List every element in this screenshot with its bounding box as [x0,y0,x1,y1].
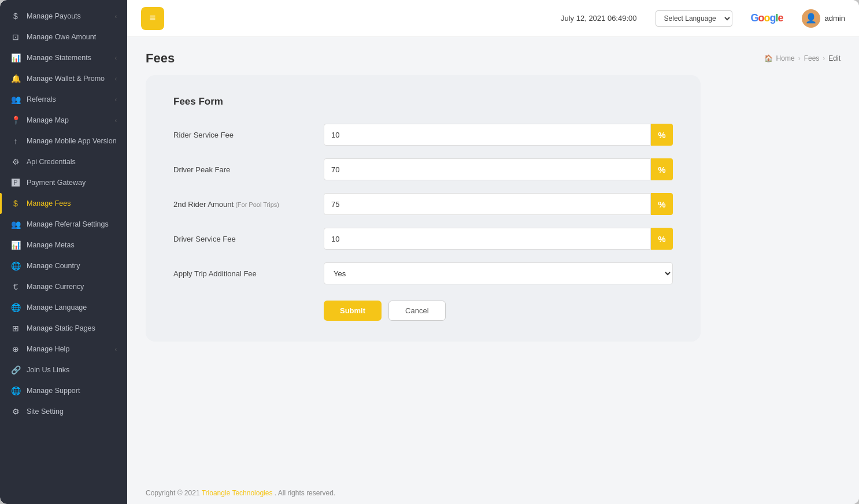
chevron-icon-manage-payouts: ‹ [115,13,117,20]
sidebar-item-manage-mobile-app[interactable]: ↑Manage Mobile App Version [0,131,127,151]
form-title: Fees Form [173,96,673,108]
header-datetime: July 12, 2021 06:49:00 [561,14,637,23]
sidebar-item-api-credentials[interactable]: ⚙Api Credentials [0,151,127,172]
sidebar-icon-join-us-links: 🔗 [10,365,21,375]
label-driver-service-fee: Driver Service Fee [173,235,312,243]
sidebar-item-manage-language[interactable]: 🌐Manage Language [0,297,127,318]
sidebar-label-manage-static-pages: Manage Static Pages [27,324,95,332]
suffix-rider-service-fee: % [651,124,673,146]
sidebar-item-manage-map[interactable]: 📍Manage Map‹ [0,110,127,131]
menu-icon: ≡ [150,12,156,24]
sidebar-label-manage-mobile-app: Manage Mobile App Version [27,137,117,145]
breadcrumb-sep2: › [823,54,825,62]
label-driver-peak-fare: Driver Peak Fare [173,165,312,174]
sidebar-label-manage-country: Manage Country [27,262,80,270]
sidebar-icon-referrals: 👥 [10,95,21,104]
input-group-driver-peak-fare: % [324,158,673,180]
sidebar-icon-api-credentials: ⚙ [10,157,21,166]
username: admin [825,14,845,23]
breadcrumb-home[interactable]: Home [776,54,795,62]
sidebar-label-site-setting: Site Setting [27,407,64,416]
sidebar-icon-manage-map: 📍 [10,116,21,125]
main-content: ≡ July 12, 2021 06:49:00 Select Language… [127,0,859,504]
input-driver-peak-fare[interactable] [324,158,651,180]
sidebar-item-manage-wallet-promo[interactable]: 🔔Manage Wallet & Promo‹ [0,68,127,89]
sidebar-item-referrals[interactable]: 👥Referrals‹ [0,89,127,110]
breadcrumb-row: Fees 🏠 Home › Fees › Edit [146,51,841,66]
label-2nd-rider-amount: 2nd Rider Amount (For Pool Trips) [173,200,312,209]
sidebar-item-join-us-links[interactable]: 🔗Join Us Links [0,360,127,380]
apply-trip-label: Apply Trip Additional Fee [173,269,312,278]
sidebar-icon-manage-country: 🌐 [10,261,21,270]
sidebar-item-manage-payouts[interactable]: $Manage Payouts‹ [0,6,127,27]
sidebar-icon-manage-language: 🌐 [10,303,21,312]
fees-form-card: Fees Form Rider Service Fee%Driver Peak … [146,75,701,342]
sidebar-icon-manage-static-pages: ⊞ [10,324,21,333]
sidebar-item-manage-fees[interactable]: $Manage Fees [0,193,127,214]
chevron-icon-manage-help: ‹ [115,346,117,353]
sidebar-label-manage-statements: Manage Statements [27,54,91,62]
breadcrumb-sep1: › [798,54,801,62]
cancel-button[interactable]: Cancel [388,301,445,321]
apply-trip-select[interactable]: YesNo [324,262,673,284]
sidebar: $Manage Payouts‹⊡Manage Owe Amount📊Manag… [0,0,127,504]
sidebar-item-manage-support[interactable]: 🌐Manage Support [0,380,127,401]
input-rider-service-fee[interactable] [324,124,651,146]
sidebar-icon-manage-support: 🌐 [10,386,21,395]
header-logo: ≡ [141,7,164,30]
form-actions: Submit Cancel [173,301,673,321]
sidebar-icon-manage-wallet-promo: 🔔 [10,74,21,83]
chevron-icon-manage-statements: ‹ [115,55,117,61]
form-row-driver-service-fee: Driver Service Fee% [173,228,673,250]
sidebar-label-referrals: Referrals [27,95,56,103]
suffix-2nd-rider-amount: % [651,193,673,215]
sidebar-label-manage-metas: Manage Metas [27,241,75,249]
breadcrumb-section[interactable]: Fees [804,54,820,62]
sidebar-icon-manage-statements: 📊 [10,53,21,62]
sidebar-item-manage-help[interactable]: ⊕Manage Help‹ [0,339,127,360]
submit-button[interactable]: Submit [324,301,382,321]
apply-trip-row: Apply Trip Additional Fee YesNo [173,262,673,284]
sidebar-label-manage-wallet-promo: Manage Wallet & Promo [27,75,105,83]
chevron-icon-referrals: ‹ [115,97,117,103]
sidebar-icon-manage-currency: € [10,282,21,291]
sidebar-item-manage-metas[interactable]: 📊Manage Metas [0,235,127,255]
sidebar-label-payment-gateway: Payment Gateway [27,179,86,187]
sidebar-item-manage-owe-amount[interactable]: ⊡Manage Owe Amount [0,27,127,47]
sidebar-item-site-setting[interactable]: ⚙Site Setting [0,401,127,422]
language-select[interactable]: Select LanguageEnglishSpanishFrench [656,10,732,27]
suffix-driver-service-fee: % [651,228,673,250]
input-group-2nd-rider-amount: % [324,193,673,215]
sidebar-icon-site-setting: ⚙ [10,407,21,416]
breadcrumb: 🏠 Home › Fees › Edit [764,54,841,62]
sidebar-item-manage-statements[interactable]: 📊Manage Statements‹ [0,47,127,68]
language-selector[interactable]: Select LanguageEnglishSpanishFrench [656,10,732,27]
sidebar-label-manage-support: Manage Support [27,387,80,395]
input-driver-service-fee[interactable] [324,228,651,250]
footer-link[interactable]: Trioangle Technologies [202,489,273,497]
sidebar-label-join-us-links: Join Us Links [27,366,69,374]
footer-text: Copyright © 2021 Trioangle Technologies … [146,489,335,497]
sidebar-item-manage-referral-settings[interactable]: 👥Manage Referral Settings [0,214,127,235]
google-logo: Google [751,12,783,24]
label-rider-service-fee: Rider Service Fee [173,131,312,139]
input-2nd-rider-amount[interactable] [324,193,651,215]
input-group-rider-service-fee: % [324,124,673,146]
sidebar-item-manage-currency[interactable]: €Manage Currency [0,276,127,297]
form-row-rider-service-fee: Rider Service Fee% [173,124,673,146]
sidebar-label-manage-currency: Manage Currency [27,283,84,291]
page-title: Fees [146,51,175,66]
form-row-driver-peak-fare: Driver Peak Fare% [173,158,673,180]
sidebar-label-manage-payouts: Manage Payouts [27,12,81,20]
sidebar-item-manage-static-pages[interactable]: ⊞Manage Static Pages [0,318,127,339]
sidebar-icon-manage-fees: $ [10,199,21,208]
avatar: 👤 [802,9,820,28]
breadcrumb-current: Edit [828,54,841,62]
sidebar-icon-manage-metas: 📊 [10,240,21,250]
sidebar-item-payment-gateway[interactable]: 🅿Payment Gateway [0,172,127,193]
sidebar-label-manage-fees: Manage Fees [27,199,71,207]
sidebar-icon-payment-gateway: 🅿 [10,178,21,187]
sidebar-item-manage-country[interactable]: 🌐Manage Country [0,255,127,276]
sidebar-icon-manage-payouts: $ [10,12,21,21]
form-row-2nd-rider-amount: 2nd Rider Amount (For Pool Trips)% [173,193,673,215]
